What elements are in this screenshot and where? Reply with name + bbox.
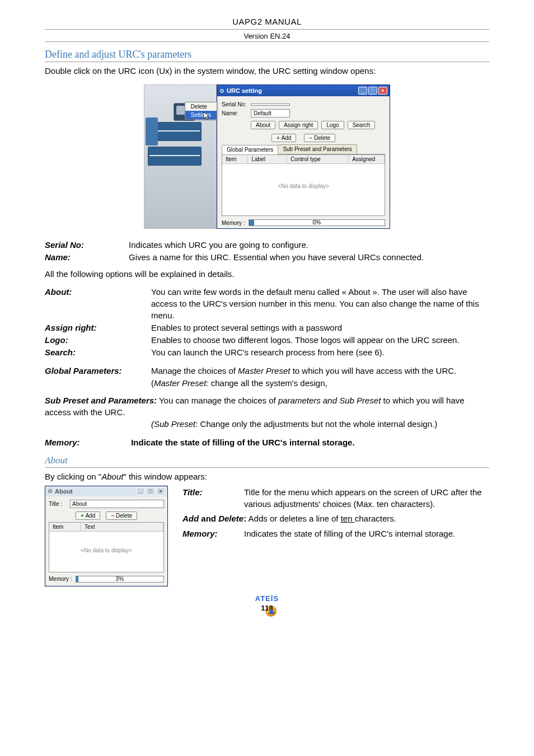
name-label: Name: — [222, 110, 251, 116]
col-assigned: Assigned — [349, 155, 385, 163]
window-title: About — [53, 488, 136, 495]
memory-label: Memory : — [222, 220, 245, 226]
doc-title: UAPG2 MANUAL — [45, 17, 489, 27]
about-intro: By clicking on "About" this window appea… — [45, 471, 489, 482]
term-memory: Memory: — [182, 528, 244, 539]
tab-sub-preset[interactable]: Sub Preset and Parameters — [278, 144, 357, 154]
window-icon: ⚙ — [48, 488, 53, 494]
divider — [45, 62, 489, 62]
triangle-icon — [268, 609, 275, 614]
memory-label: Memory : — [49, 576, 72, 582]
term-logo: Logo: — [45, 334, 151, 346]
search-button[interactable]: Search — [348, 121, 376, 129]
brand-logo: ATEÏS — [45, 594, 489, 603]
options-note: All the following options will be explai… — [45, 269, 489, 280]
sub-preset-block: Sub Preset and Parameters: You can manag… — [45, 395, 489, 418]
divider — [45, 41, 489, 42]
col-item: Item — [222, 155, 248, 163]
col-label: Label — [248, 155, 287, 163]
def-logo: Enables to choose two different logos. T… — [151, 334, 489, 346]
memory-definition: Memory: Indicate the state of filling of… — [45, 438, 489, 447]
term-serial-no: Serial No: — [45, 239, 129, 251]
window-title: URC setting — [224, 87, 358, 94]
page-footer: ATEÏS 118 — [45, 594, 489, 618]
divider — [45, 29, 489, 30]
grid-header: Item Label Control type Assigned — [222, 155, 385, 164]
col-item: Item — [49, 523, 81, 531]
divider — [45, 467, 489, 468]
memory-percent: 0% — [249, 219, 385, 226]
def-memory: Indicates the state of filling of the UR… — [244, 528, 489, 539]
tab-global-parameters[interactable]: Global Parameters — [222, 145, 278, 154]
device-icon — [148, 147, 202, 166]
def-search: You can launch the URC's research proces… — [151, 346, 489, 358]
about-button[interactable]: About — [251, 121, 275, 129]
serial-no-field[interactable] — [251, 104, 290, 106]
section-intro: Double click on the URC icon (Ux) in the… — [45, 65, 489, 77]
close-button[interactable]: × — [156, 487, 165, 495]
close-button[interactable]: × — [378, 87, 387, 95]
term-title: Title: — [182, 486, 244, 498]
title-input[interactable] — [70, 500, 164, 508]
memory-percent: 3% — [76, 576, 163, 582]
maximize-button[interactable]: □ — [368, 87, 377, 95]
about-grid[interactable]: Item Text <No data to display> — [49, 522, 164, 572]
logo-button[interactable]: Logo — [321, 121, 344, 129]
grid-empty-text: <No data to display> — [49, 532, 163, 553]
add-delete-def: Add and Delete: Adds or deletes a line o… — [182, 513, 489, 524]
minimize-button[interactable]: _ — [358, 87, 367, 95]
term-search: Search: — [45, 346, 151, 358]
def-title: Title for the menu which appears on the … — [244, 486, 489, 510]
def-serial-no: Indicates which URC you are going to con… — [129, 239, 489, 251]
title-label: Title : — [49, 501, 70, 507]
memory-progress: 3% — [76, 576, 164, 583]
serial-no-label: Serial No: — [222, 101, 251, 107]
titlebar: ⚙ URC setting _ □ × — [217, 85, 390, 96]
memory-progress: 0% — [249, 219, 385, 226]
section-heading: Define and adjust URC's parameters — [45, 49, 489, 60]
urc-window-figure: Delete Settings ⚙ URC setting _ □ × — [45, 84, 489, 229]
sub-preset-extra: (Sub Preset: Change only the adjustments… — [45, 418, 489, 430]
def-assign-right: Enables to protect several settings with… — [151, 322, 489, 334]
page-number-badge: 118 — [257, 604, 277, 618]
delete-button[interactable]: Delete — [106, 511, 137, 520]
about-subheading: About — [45, 455, 489, 466]
titlebar: ⚙ About _ □ × — [45, 486, 167, 496]
col-text: Text — [81, 523, 163, 531]
grid-empty-text: <No data to display> — [222, 164, 385, 189]
col-control-type: Control type — [287, 155, 349, 163]
term-assign-right: Assign right: — [45, 322, 151, 334]
add-button[interactable]: Add — [271, 134, 296, 142]
urc-setting-dialog: ⚙ URC setting _ □ × Serial No: Name: — [217, 84, 390, 229]
add-button[interactable]: Add — [76, 511, 100, 520]
maximize-button[interactable]: □ — [146, 487, 155, 495]
system-window-blur: Delete Settings — [144, 84, 217, 229]
parameters-grid[interactable]: Item Label Control type Assigned <No dat… — [222, 154, 385, 216]
cursor-icon — [204, 112, 210, 121]
menu-item-settings[interactable]: Settings — [185, 111, 217, 119]
def-name: Gives a name for this URC. Essential whe… — [129, 251, 489, 263]
window-icon: ⚙ — [219, 88, 224, 94]
doc-version: Version EN.24 — [45, 32, 489, 40]
def-global-parameters-extra: (Master Preset: change all the system's … — [45, 377, 489, 389]
def-global-parameters: Manage the choices of Master Preset to w… — [151, 365, 489, 377]
minimize-button[interactable]: _ — [136, 487, 145, 495]
delete-button[interactable]: Delete — [304, 134, 335, 142]
name-field[interactable]: Default — [251, 109, 290, 118]
context-menu: Delete Settings — [185, 102, 217, 120]
term-about: About: — [45, 286, 151, 298]
term-global-parameters: Global Parameters: — [45, 365, 151, 377]
term-name: Name: — [45, 251, 129, 263]
assign-right-button[interactable]: Assign right — [279, 121, 318, 129]
menu-item-delete[interactable]: Delete — [185, 102, 217, 111]
def-about: You can write few words in the default m… — [151, 286, 489, 321]
about-dialog: ⚙ About _ □ × Title : Add Delete — [45, 486, 168, 586]
rack-handle-icon — [146, 118, 158, 145]
